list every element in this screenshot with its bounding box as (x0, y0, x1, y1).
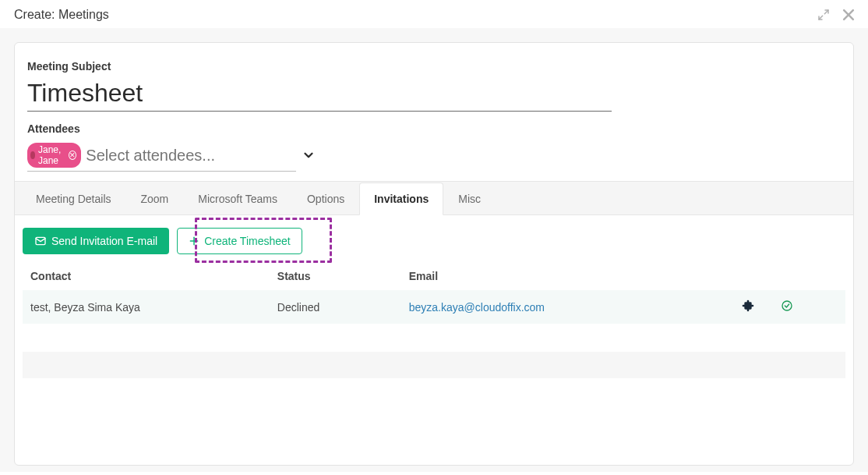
tabs: Meeting Details Zoom Microsoft Teams Opt… (15, 181, 853, 215)
table-row[interactable]: test, Beyza Sima Kaya Declined beyza.kay… (23, 290, 845, 324)
dialog-header: Create: Meetings (0, 0, 868, 28)
cell-email-link[interactable]: beyza.kaya@cloudoffix.com (409, 301, 545, 314)
send-invitation-email-button[interactable]: Send Invitation E-mail (23, 228, 169, 254)
puzzle-icon[interactable] (742, 300, 754, 312)
check-circle-icon[interactable] (781, 300, 793, 312)
tab-zoom[interactable]: Zoom (126, 183, 184, 215)
chevron-down-icon[interactable] (302, 148, 316, 162)
tab-content-invitations: Send Invitation E-mail Create Timesheet (15, 215, 853, 391)
form-card: Meeting Subject Attendees Jane, Jane ✕ (14, 42, 854, 466)
col-contact: Contact (23, 262, 270, 290)
attendees-label: Attendees (27, 122, 841, 135)
plus-icon (189, 236, 199, 246)
attendees-select[interactable]: Jane, Jane ✕ (27, 141, 296, 172)
svg-point-7 (782, 301, 792, 310)
presence-dot (30, 151, 35, 159)
mail-icon (34, 235, 47, 247)
tab-misc[interactable]: Misc (443, 183, 496, 215)
send-invitation-email-label: Send Invitation E-mail (51, 235, 157, 247)
cell-contact: test, Beyza Sima Kaya (23, 290, 270, 324)
expand-icon[interactable] (815, 6, 832, 23)
tab-microsoft-teams[interactable]: Microsoft Teams (183, 183, 292, 215)
create-timesheet-label: Create Timesheet (204, 235, 291, 247)
form-area: Meeting Subject Attendees Jane, Jane ✕ (15, 60, 853, 172)
create-meeting-dialog: Create: Meetings Meeting Subject (0, 0, 868, 475)
invitations-table: Contact Status Email test, Beyza Sima Ka… (23, 262, 845, 324)
table-footer-strip (23, 352, 845, 378)
attendees-input[interactable] (84, 146, 284, 165)
subject-input[interactable] (27, 79, 612, 112)
col-status: Status (270, 262, 401, 290)
subject-label: Meeting Subject (27, 60, 841, 73)
create-timesheet-button[interactable]: Create Timesheet (177, 228, 302, 254)
dialog-title: Create: Meetings (14, 8, 109, 22)
cell-status: Declined (270, 290, 401, 324)
dialog-body: Meeting Subject Attendees Jane, Jane ✕ (0, 28, 868, 472)
col-email: Email (401, 262, 729, 290)
button-row: Send Invitation E-mail Create Timesheet (23, 228, 845, 254)
attendee-chip[interactable]: Jane, Jane ✕ (27, 143, 81, 168)
dialog-header-actions (815, 6, 857, 23)
chip-remove-icon[interactable]: ✕ (69, 151, 76, 160)
attendee-chip-label: Jane, Jane (38, 144, 65, 166)
close-icon[interactable] (840, 6, 857, 23)
tab-options[interactable]: Options (292, 183, 359, 215)
tab-meeting-details[interactable]: Meeting Details (21, 183, 126, 215)
tab-invitations[interactable]: Invitations (359, 183, 443, 215)
